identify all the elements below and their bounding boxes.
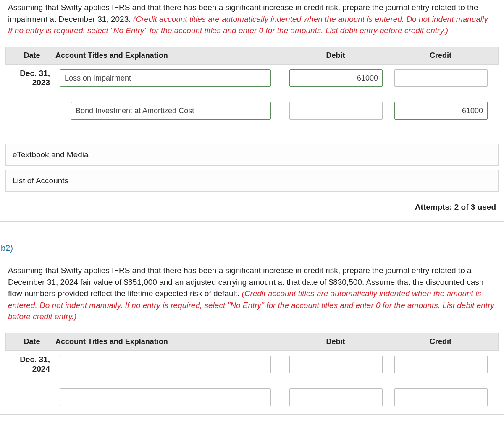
instructions-b1: Assuming that Swifty applies IFRS and th… (0, 0, 504, 44)
debit-input[interactable] (289, 102, 383, 120)
credit-input[interactable] (394, 356, 488, 373)
table-header-row: Date Account Titles and Explanation Debi… (5, 333, 499, 351)
debit-input[interactable] (289, 388, 383, 406)
header-credit: Credit (388, 51, 493, 60)
header-date: Date (11, 51, 53, 60)
journal-entry-table-b1: Date Account Titles and Explanation Debi… (5, 47, 499, 124)
header-credit: Credit (388, 337, 493, 346)
header-account: Account Titles and Explanation (53, 51, 283, 60)
journal-entry-table-b2: Date Account Titles and Explanation Debi… (5, 333, 499, 410)
debit-input[interactable] (289, 69, 383, 87)
debit-input[interactable] (289, 356, 383, 373)
list-of-accounts-link[interactable]: List of Accounts (5, 170, 499, 192)
account-title-input[interactable] (71, 102, 271, 120)
etextbook-and-media-link[interactable]: eTextbook and Media (5, 144, 499, 166)
credit-input[interactable] (394, 102, 488, 120)
date-cell: Dec. 31, 2023 (10, 69, 52, 88)
credit-input[interactable] (394, 388, 488, 406)
table-row: Dec. 31, 2024 (5, 351, 499, 378)
credit-input[interactable] (394, 69, 488, 87)
date-cell: Dec. 31, 2024 (10, 355, 52, 374)
part-label-b2: b2) (0, 236, 504, 256)
account-title-input[interactable] (60, 356, 271, 373)
table-row (5, 98, 499, 124)
attempts-counter: Attempts: 2 of 3 used (0, 196, 504, 221)
account-title-input[interactable] (60, 388, 271, 406)
header-date: Date (11, 337, 53, 346)
table-row: Dec. 31, 2023 (5, 65, 499, 92)
table-row (5, 384, 499, 410)
header-debit: Debit (283, 337, 388, 346)
account-title-input[interactable] (60, 69, 271, 87)
table-header-row: Date Account Titles and Explanation Debi… (5, 47, 499, 65)
header-debit: Debit (283, 51, 388, 60)
instructions-b2: Assuming that Swifty applies IFRS and th… (0, 256, 504, 330)
question-part-b1: Assuming that Swifty applies IFRS and th… (0, 0, 504, 222)
header-account: Account Titles and Explanation (53, 337, 283, 346)
question-part-b2: Assuming that Swifty applies IFRS and th… (0, 256, 504, 414)
